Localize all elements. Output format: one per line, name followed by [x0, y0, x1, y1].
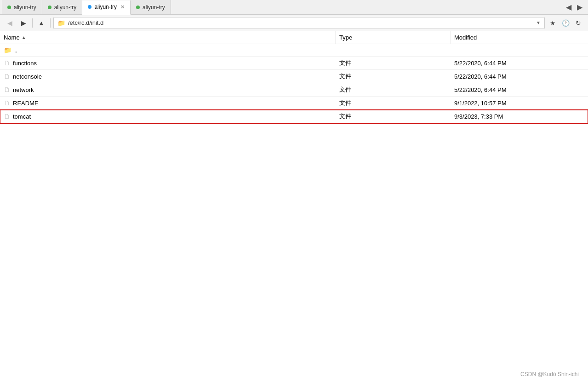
- file-modified-readme: 9/1/2022, 10:57 PM: [454, 100, 506, 107]
- file-name-functions: functions: [13, 60, 37, 67]
- file-name-parent: ..: [14, 47, 17, 54]
- file-modified-tomcat: 9/3/2023, 7:33 PM: [454, 113, 503, 120]
- file-cell-network-name: 🗋 network: [0, 83, 336, 96]
- tab-nav-prev[interactable]: ◀: [564, 2, 573, 12]
- file-cell-parent-name: 📁 ..: [0, 44, 336, 56]
- tab-4-label: aliyun-try: [143, 4, 165, 11]
- file-cell-readme-name: 🗋 README: [0, 97, 336, 109]
- up-button[interactable]: ▲: [35, 17, 47, 29]
- file-modified-network: 5/22/2020, 6:44 PM: [454, 86, 506, 93]
- tabs-container: aliyun-try aliyun-try aliyun-try ✕ aliyu…: [2, 0, 171, 14]
- file-cell-functions-name: 🗋 functions: [0, 57, 336, 69]
- history-button[interactable]: 🕐: [559, 17, 571, 29]
- watermark: CSDN @Kudō Shin-ichi: [520, 371, 579, 377]
- file-doc-icon: 🗋: [4, 59, 10, 67]
- refresh-button[interactable]: ↻: [572, 17, 584, 29]
- tab-nav-next[interactable]: ▶: [575, 2, 584, 12]
- file-modified-netconsole: 5/22/2020, 6:44 PM: [454, 73, 506, 80]
- file-modified-functions: 5/22/2020, 6:44 PM: [454, 60, 506, 67]
- tab-3[interactable]: aliyun-try ✕: [82, 0, 131, 15]
- file-row-netconsole[interactable]: 🗋 netconsole 文件 5/22/2020, 6:44 PM: [0, 70, 588, 83]
- tab-1-label: aliyun-try: [14, 4, 36, 11]
- address-bar[interactable]: 📁 /etc/rc.d/init.d ▼: [53, 17, 545, 29]
- col-header-type[interactable]: Type: [336, 31, 451, 44]
- file-cell-network-type: 文件: [336, 83, 451, 96]
- file-doc-icon-netconsole: 🗋: [4, 73, 10, 80]
- file-row-tomcat[interactable]: 🗋 tomcat 文件 9/3/2023, 7:33 PM: [0, 110, 588, 123]
- forward-button[interactable]: ▶: [17, 17, 29, 29]
- file-row-network[interactable]: 🗋 network 文件 5/22/2020, 6:44 PM: [0, 83, 588, 97]
- tab-4-dot: [136, 6, 140, 9]
- column-headers: Name ▲ Type Modified: [0, 31, 588, 44]
- tab-1[interactable]: aliyun-try: [2, 0, 42, 14]
- address-text: /etc/rc.d/init.d: [68, 19, 533, 26]
- file-type-functions: 文件: [339, 59, 351, 67]
- file-name-netconsole: netconsole: [13, 73, 42, 80]
- file-name-tomcat: tomcat: [13, 113, 31, 120]
- tab-2-label: aliyun-try: [54, 4, 77, 11]
- file-doc-icon-readme: 🗋: [4, 99, 10, 107]
- tab-3-close[interactable]: ✕: [120, 4, 125, 10]
- tab-4[interactable]: aliyun-try: [131, 0, 171, 14]
- file-cell-netconsole-name: 🗋 netconsole: [0, 70, 336, 83]
- file-cell-netconsole-modified: 5/22/2020, 6:44 PM: [451, 70, 588, 83]
- address-folder-icon: 📁: [57, 19, 65, 27]
- address-dropdown-icon[interactable]: ▼: [536, 20, 541, 25]
- tab-2[interactable]: aliyun-try: [42, 0, 83, 14]
- col-name-sort-arrow: ▲: [22, 35, 26, 40]
- file-cell-readme-modified: 9/1/2022, 10:57 PM: [451, 97, 588, 109]
- tab-3-label: aliyun-try: [94, 4, 117, 10]
- file-row-functions[interactable]: 🗋 functions 文件 5/22/2020, 6:44 PM: [0, 57, 588, 70]
- file-cell-functions-modified: 5/22/2020, 6:44 PM: [451, 57, 588, 69]
- file-list: 📁 .. 🗋 functions 文件 5/22/2020, 6:44 PM: [0, 44, 588, 383]
- file-type-readme: 文件: [339, 99, 351, 107]
- file-cell-tomcat-modified: 9/3/2023, 7:33 PM: [451, 110, 588, 123]
- col-modified-label: Modified: [454, 34, 477, 41]
- file-name-readme: README: [13, 100, 39, 107]
- folder-icon: 📁: [4, 46, 11, 54]
- tab-bar: aliyun-try aliyun-try aliyun-try ✕ aliyu…: [0, 0, 588, 15]
- file-type-netconsole: 文件: [339, 72, 351, 80]
- file-cell-functions-type: 文件: [336, 57, 451, 69]
- toolbar-right-buttons: ★ 🕐 ↻: [547, 17, 584, 29]
- file-area: Name ▲ Type Modified 📁 .. 🗋: [0, 31, 588, 383]
- file-cell-network-modified: 5/22/2020, 6:44 PM: [451, 83, 588, 96]
- col-name-label: Name: [4, 34, 20, 41]
- tab-3-dot: [88, 5, 91, 9]
- back-button[interactable]: ◀: [4, 17, 16, 29]
- file-cell-tomcat-type: 文件: [336, 110, 451, 123]
- file-cell-readme-type: 文件: [336, 97, 451, 109]
- tab-nav-right: ◀ ▶: [564, 2, 586, 12]
- tab-1-dot: [7, 6, 11, 9]
- file-type-network: 文件: [339, 86, 351, 94]
- file-row-readme[interactable]: 🗋 README 文件 9/1/2022, 10:57 PM: [0, 97, 588, 110]
- file-doc-icon-network: 🗋: [4, 86, 10, 93]
- file-cell-parent-type: [336, 44, 451, 56]
- col-header-name[interactable]: Name ▲: [0, 31, 336, 44]
- file-doc-icon-tomcat: 🗋: [4, 113, 10, 120]
- col-type-label: Type: [339, 34, 352, 41]
- toolbar-separator-2: [50, 18, 51, 28]
- file-row-parent[interactable]: 📁 ..: [0, 44, 588, 57]
- file-cell-tomcat-name: 🗋 tomcat: [0, 110, 336, 123]
- toolbar: ◀ ▶ ▲ 📁 /etc/rc.d/init.d ▼ ★ 🕐 ↻: [0, 15, 588, 31]
- toolbar-separator-1: [32, 18, 33, 28]
- col-header-modified[interactable]: Modified: [451, 31, 588, 44]
- bookmark-button[interactable]: ★: [547, 17, 559, 29]
- file-name-network: network: [13, 86, 34, 93]
- file-type-tomcat: 文件: [339, 112, 351, 120]
- file-cell-parent-modified: [451, 44, 588, 56]
- tab-2-dot: [48, 6, 51, 9]
- file-cell-netconsole-type: 文件: [336, 70, 451, 83]
